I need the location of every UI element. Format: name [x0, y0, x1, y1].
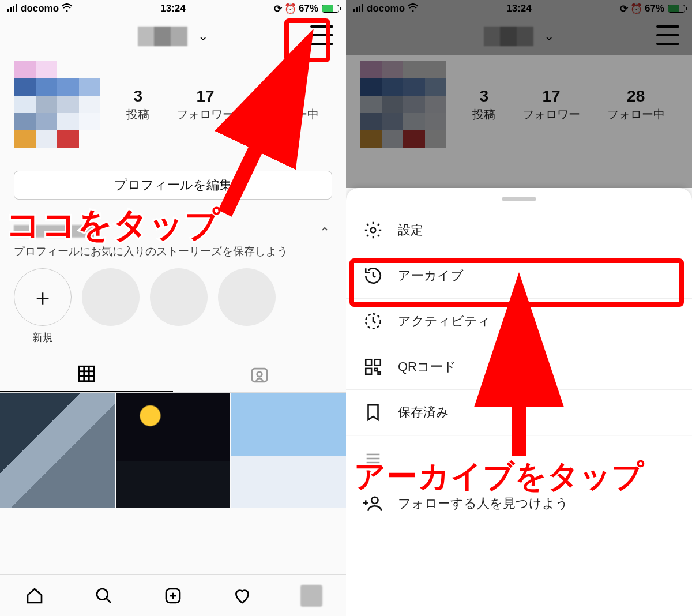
stat-following[interactable]: 28 フォロー中: [261, 87, 319, 122]
menu-activity[interactable]: アクティビティ: [346, 299, 692, 344]
menu-qr-label: QRコード: [398, 358, 456, 375]
tab-tagged[interactable]: [173, 356, 346, 392]
menu-discover-label: フォローする人を見つけよう: [398, 495, 569, 512]
nav-avatar-blurred: [300, 585, 322, 607]
screenshot-left: docomo 13:24 ⟳ ⏰ 67% ⌄: [0, 0, 346, 616]
gear-icon: [363, 220, 383, 240]
stat-posts[interactable]: 3 投稿: [472, 87, 495, 122]
profile-row: 3 投稿 17 フォロワー 28 フォロー中: [346, 55, 692, 148]
nav-profile[interactable]: [300, 585, 322, 607]
list-icon: [363, 449, 383, 468]
screenshot-right: docomo 13:24 ⟳ ⏰ 67% ⌄: [346, 0, 692, 616]
menu-sheet: 設定 アーカイブ アクティビティ QRコード: [346, 188, 692, 616]
highlights-row: ＋ 新規: [0, 262, 346, 356]
nav-new-post[interactable]: [162, 585, 184, 607]
rotation-lock-icon: ⟳: [620, 3, 628, 15]
edit-profile-label: プロフィールを編集: [114, 176, 232, 194]
svg-rect-27: [378, 372, 381, 374]
battery-pct: 67%: [299, 3, 318, 14]
profile-header: ⌄: [346, 17, 692, 55]
menu-archive-label: アーカイブ: [398, 267, 464, 284]
highlight-title-blurred: [14, 225, 100, 238]
alarm-icon: ⏰: [284, 3, 296, 15]
svg-rect-18: [356, 7, 358, 12]
carrier-label: docomo: [367, 3, 405, 14]
tab-grid[interactable]: [0, 356, 173, 392]
menu-settings-label: 設定: [398, 221, 423, 239]
qr-icon: [363, 357, 383, 377]
stat-followers[interactable]: 17 フォロワー: [176, 87, 234, 122]
stat-posts[interactable]: 3 投稿: [126, 87, 149, 122]
svg-rect-4: [79, 366, 94, 381]
stat-followers-label: フォロワー: [522, 107, 580, 122]
chevron-up-icon[interactable]: ⌃: [319, 225, 330, 240]
svg-line-12: [106, 598, 111, 603]
edit-profile-button[interactable]: プロフィールを編集: [14, 171, 332, 200]
chevron-down-icon: ⌄: [544, 29, 554, 44]
svg-rect-20: [362, 4, 363, 12]
menu-item-partial[interactable]: [346, 435, 692, 481]
sheet-grabber[interactable]: [502, 197, 536, 201]
photo-grid: [0, 393, 346, 508]
wifi-icon: [61, 3, 73, 14]
stat-following-count: 28: [261, 87, 319, 106]
stat-posts-label: 投稿: [472, 107, 495, 122]
profile-tabs: [0, 356, 346, 393]
svg-rect-23: [366, 359, 371, 365]
highlight-section: ⌃ プロフィールにお気に入りのストーリーズを保存しよう: [0, 200, 346, 262]
carrier-label: docomo: [21, 3, 59, 14]
post-thumbnail[interactable]: [116, 393, 231, 508]
menu-activity-label: アクティビティ: [398, 313, 491, 330]
hamburger-menu-button[interactable]: [310, 25, 333, 45]
username-switcher[interactable]: ⌄: [138, 27, 208, 46]
post-thumbnail[interactable]: [0, 393, 115, 508]
stat-posts-label: 投稿: [126, 107, 149, 122]
stat-followers-count: 17: [522, 87, 580, 106]
bookmark-icon: [363, 403, 383, 422]
stat-posts-count: 3: [126, 87, 149, 106]
post-thumbnail[interactable]: [231, 393, 346, 508]
plus-icon: ＋: [14, 268, 72, 326]
alarm-icon: ⏰: [630, 3, 642, 15]
battery-pct: 67%: [645, 3, 664, 14]
svg-rect-3: [16, 4, 17, 12]
svg-rect-19: [359, 6, 360, 12]
stat-following-label: フォロー中: [261, 107, 319, 122]
highlight-placeholder: [82, 268, 140, 326]
profile-row: 3 投稿 17 フォロワー 28 フォロー中: [0, 55, 346, 148]
svg-rect-17: [353, 9, 355, 12]
stat-following-count: 28: [607, 87, 665, 106]
svg-rect-24: [375, 359, 381, 365]
menu-archive[interactable]: アーカイブ: [346, 253, 692, 299]
battery-icon: [322, 5, 339, 13]
svg-rect-25: [366, 369, 371, 374]
status-bar: docomo 13:24 ⟳ ⏰ 67%: [0, 0, 346, 17]
nav-activity[interactable]: [231, 585, 253, 607]
stat-following-label: フォロー中: [607, 107, 665, 122]
status-bar: docomo 13:24 ⟳ ⏰ 67%: [346, 0, 692, 17]
nav-home[interactable]: [24, 585, 46, 607]
highlight-new[interactable]: ＋ 新規: [14, 268, 72, 344]
nav-search[interactable]: [93, 585, 115, 607]
highlight-new-label: 新規: [14, 330, 72, 344]
signal-icon: [353, 3, 364, 14]
stat-following[interactable]: 28 フォロー中: [607, 87, 665, 122]
add-user-icon: [363, 494, 383, 513]
avatar-blurred[interactable]: [14, 61, 100, 148]
menu-settings[interactable]: 設定: [346, 208, 692, 253]
menu-saved[interactable]: 保存済み: [346, 390, 692, 435]
bottom-nav: [0, 574, 346, 616]
archive-icon: [363, 266, 383, 286]
signal-icon: [7, 3, 18, 14]
menu-qr[interactable]: QRコード: [346, 344, 692, 390]
svg-rect-2: [13, 6, 14, 12]
svg-point-21: [371, 228, 376, 233]
username-switcher[interactable]: ⌄: [484, 27, 554, 46]
stat-followers[interactable]: 17 フォロワー: [522, 87, 580, 122]
chevron-down-icon: ⌄: [198, 29, 208, 44]
hamburger-menu-button[interactable]: [656, 25, 679, 45]
menu-discover[interactable]: フォローする人を見つけよう: [346, 481, 692, 526]
menu-saved-label: 保存済み: [398, 404, 449, 421]
svg-rect-9: [252, 369, 267, 382]
avatar-blurred[interactable]: [360, 61, 446, 148]
